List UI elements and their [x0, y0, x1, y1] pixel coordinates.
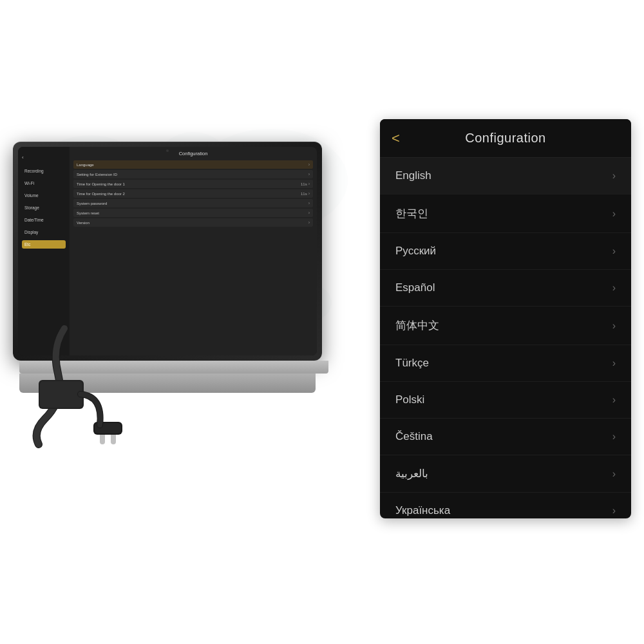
lang-item-czech[interactable]: Čeština ›: [380, 419, 631, 455]
lang-name-english: English: [395, 169, 431, 182]
screen-row-reset[interactable]: System reset ›: [73, 209, 313, 217]
lang-name-ukrainian: Українська: [395, 504, 450, 517]
device-container: ‹ Recording Wi-Fi Volume Storage Date/Ti…: [13, 142, 335, 451]
screen-row-password[interactable]: System password ›: [73, 199, 313, 207]
lang-chevron-english: ›: [612, 170, 616, 182]
config-panel: < Configuration English › 한국인 › Русский …: [380, 119, 631, 518]
lang-item-ukrainian[interactable]: Українська ›: [380, 493, 631, 518]
lang-chevron-czech: ›: [612, 431, 616, 442]
screen-row-version[interactable]: Version ›: [73, 218, 313, 227]
lang-item-arabic[interactable]: بالعربية ›: [380, 455, 631, 493]
screen-config-title: Configuration: [73, 151, 313, 156]
screen-row-ext-id[interactable]: Setting for Extension ID ›: [73, 170, 313, 178]
lang-chevron-russian: ›: [612, 245, 616, 257]
screen-nav-recording[interactable]: Recording: [22, 167, 66, 175]
lang-name-russian: Русский: [395, 245, 436, 258]
lang-chevron-spanish: ›: [612, 282, 616, 294]
screen-nav-datetime[interactable]: Date/Time: [22, 216, 66, 224]
lang-chevron-korean: ›: [612, 208, 616, 220]
lang-name-korean: 한국인: [395, 206, 428, 221]
device-area: ‹ Recording Wi-Fi Volume Storage Date/Ti…: [0, 0, 374, 644]
lang-name-czech: Čeština: [395, 430, 433, 443]
lang-item-russian[interactable]: Русский ›: [380, 233, 631, 270]
screen-back-arrow[interactable]: ‹: [22, 155, 66, 160]
camera-dot: [166, 149, 169, 152]
screen-nav-storage[interactable]: Storage: [22, 204, 66, 212]
lang-chevron-ukrainian: ›: [612, 505, 616, 516]
lang-chevron-arabic: ›: [612, 468, 616, 480]
screen-row-language[interactable]: Language ›: [73, 160, 313, 169]
lang-chevron-turkish: ›: [612, 357, 616, 369]
lang-name-arabic: بالعربية: [395, 467, 428, 480]
config-back-button[interactable]: <: [392, 131, 400, 146]
lang-item-spanish[interactable]: Español ›: [380, 270, 631, 307]
lang-item-chinese[interactable]: 简体中文 ›: [380, 307, 631, 345]
language-list: English › 한국인 › Русский › Español › 简体中文…: [380, 158, 631, 518]
lang-item-english[interactable]: English ›: [380, 158, 631, 194]
screen-nav-display[interactable]: Display: [22, 228, 66, 236]
lang-item-polish[interactable]: Polski ›: [380, 382, 631, 419]
lang-name-turkish: Türkçe: [395, 357, 429, 370]
lang-chevron-polish: ›: [612, 394, 616, 406]
svg-rect-7: [40, 381, 82, 408]
lang-name-spanish: Español: [395, 281, 435, 294]
screen-nav-wifi[interactable]: Wi-Fi: [22, 179, 66, 187]
screen-nav-etc[interactable]: Etc: [22, 240, 66, 249]
config-title: Configuration: [465, 131, 545, 146]
cable-area: [26, 322, 219, 451]
lang-item-korean[interactable]: 한국인 ›: [380, 194, 631, 233]
config-header: < Configuration: [380, 119, 631, 158]
screen-nav-volume[interactable]: Volume: [22, 191, 66, 200]
lang-item-turkish[interactable]: Türkçe ›: [380, 345, 631, 382]
screen-row-door2[interactable]: Time for Opening the door 2 11s ›: [73, 189, 313, 198]
lang-name-polish: Polski: [395, 393, 424, 406]
screen-row-door1[interactable]: Time for Opening the door 1 11s ›: [73, 180, 313, 188]
lang-chevron-chinese: ›: [612, 320, 616, 332]
lang-name-chinese: 简体中文: [395, 318, 439, 333]
